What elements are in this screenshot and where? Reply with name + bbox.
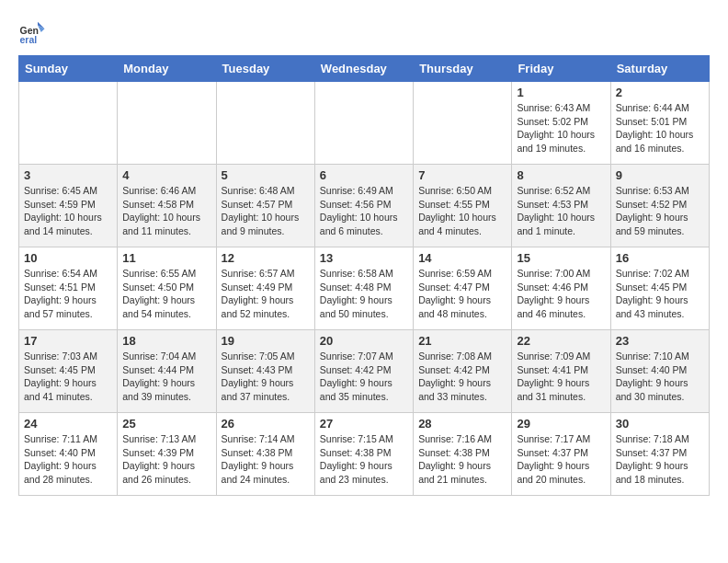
- calendar-cell: 15Sunrise: 7:00 AM Sunset: 4:46 PM Dayli…: [512, 247, 610, 330]
- calendar-cell: 21Sunrise: 7:08 AM Sunset: 4:42 PM Dayli…: [414, 330, 512, 413]
- day-info: Sunrise: 7:05 AM Sunset: 4:43 PM Dayligh…: [222, 350, 310, 404]
- week-row-3: 17Sunrise: 7:03 AM Sunset: 4:45 PM Dayli…: [19, 330, 710, 413]
- weekday-header-wednesday: Wednesday: [314, 56, 413, 82]
- day-number: 6: [320, 168, 408, 182]
- day-info: Sunrise: 6:44 AM Sunset: 5:01 PM Dayligh…: [616, 101, 704, 155]
- day-number: 12: [222, 251, 310, 265]
- day-info: Sunrise: 7:00 AM Sunset: 4:46 PM Dayligh…: [517, 267, 605, 321]
- calendar-cell: 10Sunrise: 6:54 AM Sunset: 4:51 PM Dayli…: [19, 247, 118, 330]
- day-number: 4: [122, 168, 210, 182]
- calendar-cell: 23Sunrise: 7:10 AM Sunset: 4:40 PM Dayli…: [610, 330, 709, 413]
- calendar-cell: [414, 82, 512, 165]
- day-number: 13: [320, 251, 408, 265]
- day-info: Sunrise: 7:17 AM Sunset: 4:37 PM Dayligh…: [517, 432, 605, 487]
- svg-text:eral: eral: [20, 34, 38, 45]
- day-info: Sunrise: 6:43 AM Sunset: 5:02 PM Dayligh…: [517, 101, 605, 155]
- day-info: Sunrise: 7:13 AM Sunset: 4:39 PM Dayligh…: [122, 432, 210, 487]
- calendar-cell: 8Sunrise: 6:52 AM Sunset: 4:53 PM Daylig…: [512, 165, 610, 247]
- calendar-cell: 4Sunrise: 6:46 AM Sunset: 4:58 PM Daylig…: [118, 165, 216, 247]
- day-number: 28: [418, 417, 506, 431]
- day-info: Sunrise: 6:55 AM Sunset: 4:50 PM Dayligh…: [122, 267, 210, 321]
- calendar-cell: 12Sunrise: 6:57 AM Sunset: 4:49 PM Dayli…: [216, 247, 314, 330]
- calendar-cell: 19Sunrise: 7:05 AM Sunset: 4:43 PM Dayli…: [216, 330, 314, 413]
- calendar-cell: 3Sunrise: 6:45 AM Sunset: 4:59 PM Daylig…: [19, 165, 118, 247]
- calendar-cell: 22Sunrise: 7:09 AM Sunset: 4:41 PM Dayli…: [512, 330, 610, 413]
- day-number: 3: [24, 168, 112, 182]
- weekday-header-row: SundayMondayTuesdayWednesdayThursdayFrid…: [19, 56, 710, 82]
- day-number: 26: [222, 417, 310, 431]
- weekday-header-monday: Monday: [118, 56, 216, 82]
- calendar-cell: 29Sunrise: 7:17 AM Sunset: 4:37 PM Dayli…: [512, 413, 610, 496]
- day-number: 14: [418, 251, 506, 265]
- day-info: Sunrise: 6:58 AM Sunset: 4:48 PM Dayligh…: [320, 267, 408, 321]
- day-info: Sunrise: 7:09 AM Sunset: 4:41 PM Dayligh…: [517, 350, 605, 404]
- week-row-1: 3Sunrise: 6:45 AM Sunset: 4:59 PM Daylig…: [19, 165, 710, 247]
- calendar-cell: 24Sunrise: 7:11 AM Sunset: 4:40 PM Dayli…: [19, 413, 118, 496]
- day-number: 10: [24, 251, 112, 265]
- day-number: 1: [517, 86, 605, 99]
- day-number: 27: [320, 417, 408, 431]
- day-number: 17: [24, 334, 112, 348]
- week-row-0: 1Sunrise: 6:43 AM Sunset: 5:02 PM Daylig…: [19, 82, 710, 165]
- day-number: 18: [122, 334, 210, 348]
- day-info: Sunrise: 7:15 AM Sunset: 4:38 PM Dayligh…: [320, 432, 408, 487]
- day-number: 20: [320, 334, 408, 348]
- calendar-cell: 26Sunrise: 7:14 AM Sunset: 4:38 PM Dayli…: [216, 413, 314, 496]
- day-info: Sunrise: 7:07 AM Sunset: 4:42 PM Dayligh…: [320, 350, 408, 404]
- day-info: Sunrise: 6:49 AM Sunset: 4:56 PM Dayligh…: [320, 184, 408, 238]
- weekday-header-friday: Friday: [512, 56, 610, 82]
- calendar-cell: 25Sunrise: 7:13 AM Sunset: 4:39 PM Dayli…: [118, 413, 216, 496]
- day-number: 16: [616, 251, 704, 265]
- logo-icon: Gen eral: [18, 18, 46, 46]
- day-number: 9: [616, 168, 704, 182]
- day-number: 24: [24, 417, 112, 431]
- day-number: 2: [616, 86, 704, 99]
- week-row-4: 24Sunrise: 7:11 AM Sunset: 4:40 PM Dayli…: [19, 413, 710, 496]
- day-info: Sunrise: 7:04 AM Sunset: 4:44 PM Dayligh…: [122, 350, 210, 404]
- day-info: Sunrise: 6:53 AM Sunset: 4:52 PM Dayligh…: [616, 184, 704, 238]
- day-info: Sunrise: 7:18 AM Sunset: 4:37 PM Dayligh…: [616, 432, 704, 487]
- logo: Gen eral: [18, 18, 50, 46]
- week-row-2: 10Sunrise: 6:54 AM Sunset: 4:51 PM Dayli…: [19, 247, 710, 330]
- calendar-cell: 16Sunrise: 7:02 AM Sunset: 4:45 PM Dayli…: [610, 247, 709, 330]
- calendar-cell: 7Sunrise: 6:50 AM Sunset: 4:55 PM Daylig…: [414, 165, 512, 247]
- day-info: Sunrise: 7:11 AM Sunset: 4:40 PM Dayligh…: [24, 432, 112, 487]
- day-info: Sunrise: 6:59 AM Sunset: 4:47 PM Dayligh…: [418, 267, 506, 321]
- day-number: 25: [122, 417, 210, 431]
- calendar-cell: 5Sunrise: 6:48 AM Sunset: 4:57 PM Daylig…: [216, 165, 314, 247]
- day-info: Sunrise: 6:54 AM Sunset: 4:51 PM Dayligh…: [24, 267, 112, 321]
- day-number: 15: [517, 251, 605, 265]
- day-info: Sunrise: 6:52 AM Sunset: 4:53 PM Dayligh…: [517, 184, 605, 238]
- day-info: Sunrise: 6:48 AM Sunset: 4:57 PM Dayligh…: [222, 184, 310, 238]
- day-number: 23: [616, 334, 704, 348]
- calendar-cell: [118, 82, 216, 165]
- day-number: 30: [616, 417, 704, 431]
- calendar-cell: 28Sunrise: 7:16 AM Sunset: 4:38 PM Dayli…: [414, 413, 512, 496]
- calendar: SundayMondayTuesdayWednesdayThursdayFrid…: [18, 55, 710, 496]
- day-info: Sunrise: 6:46 AM Sunset: 4:58 PM Dayligh…: [122, 184, 210, 238]
- calendar-cell: 14Sunrise: 6:59 AM Sunset: 4:47 PM Dayli…: [414, 247, 512, 330]
- day-number: 7: [418, 168, 506, 182]
- day-number: 11: [122, 251, 210, 265]
- weekday-header-sunday: Sunday: [19, 56, 118, 82]
- day-info: Sunrise: 6:57 AM Sunset: 4:49 PM Dayligh…: [222, 267, 310, 321]
- day-info: Sunrise: 7:10 AM Sunset: 4:40 PM Dayligh…: [616, 350, 704, 404]
- weekday-header-thursday: Thursday: [414, 56, 512, 82]
- header: Gen eral: [18, 18, 710, 46]
- calendar-cell: 18Sunrise: 7:04 AM Sunset: 4:44 PM Dayli…: [118, 330, 216, 413]
- calendar-cell: 13Sunrise: 6:58 AM Sunset: 4:48 PM Dayli…: [314, 247, 413, 330]
- day-number: 5: [222, 168, 310, 182]
- day-number: 21: [418, 334, 506, 348]
- day-number: 19: [222, 334, 310, 348]
- day-info: Sunrise: 7:08 AM Sunset: 4:42 PM Dayligh…: [418, 350, 506, 404]
- day-info: Sunrise: 7:03 AM Sunset: 4:45 PM Dayligh…: [24, 350, 112, 404]
- calendar-cell: [19, 82, 118, 165]
- day-info: Sunrise: 7:02 AM Sunset: 4:45 PM Dayligh…: [616, 267, 704, 321]
- day-info: Sunrise: 6:45 AM Sunset: 4:59 PM Dayligh…: [24, 184, 112, 238]
- day-info: Sunrise: 6:50 AM Sunset: 4:55 PM Dayligh…: [418, 184, 506, 238]
- calendar-cell: 20Sunrise: 7:07 AM Sunset: 4:42 PM Dayli…: [314, 330, 413, 413]
- calendar-cell: 6Sunrise: 6:49 AM Sunset: 4:56 PM Daylig…: [314, 165, 413, 247]
- day-number: 8: [517, 168, 605, 182]
- day-info: Sunrise: 7:16 AM Sunset: 4:38 PM Dayligh…: [418, 432, 506, 487]
- day-info: Sunrise: 7:14 AM Sunset: 4:38 PM Dayligh…: [222, 432, 310, 487]
